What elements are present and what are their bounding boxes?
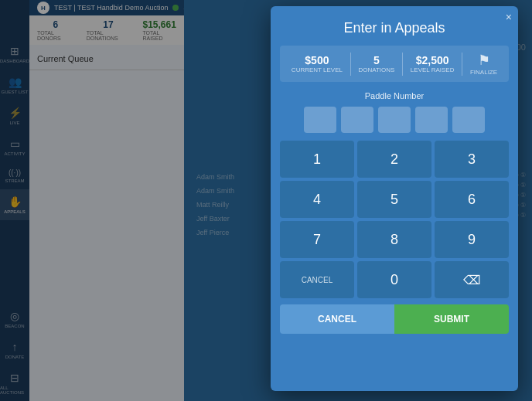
key-1[interactable]: 1	[280, 141, 354, 178]
modal-stat-donations: 5 DONATIONS	[358, 54, 394, 73]
finalize-label: FINALIZE	[470, 69, 497, 76]
appeals-modal: × Enter in Appeals $500 CURRENT LEVEL 5 …	[271, 6, 518, 391]
stats-divider-1	[350, 53, 351, 76]
modal-title: Enter in Appeals	[271, 6, 518, 46]
modal-footer: CANCEL SUBMIT	[280, 304, 509, 334]
key-cancel[interactable]: CANCEL	[280, 261, 354, 298]
key-2[interactable]: 2	[357, 141, 431, 178]
key-0[interactable]: 0	[357, 261, 431, 298]
key-4[interactable]: 4	[280, 181, 354, 218]
cancel-button[interactable]: CANCEL	[280, 304, 394, 334]
key-7[interactable]: 7	[280, 221, 354, 258]
paddle-box-4[interactable]	[415, 107, 448, 133]
modal-stats: $500 CURRENT LEVEL 5 DONATIONS $2,500 LE…	[280, 46, 509, 82]
stats-divider-3	[462, 53, 462, 76]
finalize-icon[interactable]: ⚑	[478, 52, 490, 69]
numpad: 1 2 3 4 5 6 7 8 9 CANCEL 0 ⌫	[280, 141, 509, 298]
current-level-label: CURRENT LEVEL	[292, 66, 343, 73]
donations-count-label: DONATIONS	[358, 66, 394, 73]
modal-stat-finalize[interactable]: ⚑ FINALIZE	[470, 52, 497, 76]
donations-count-value: 5	[373, 54, 380, 66]
paddle-box-1[interactable]	[304, 107, 336, 133]
key-9[interactable]: 9	[435, 221, 509, 258]
paddle-label: Paddle Number	[271, 82, 518, 107]
paddle-box-5[interactable]	[452, 107, 485, 133]
current-level-value: $500	[305, 54, 329, 66]
key-5[interactable]: 5	[357, 181, 431, 218]
modal-stat-level-raised: $2,500 LEVEL RAISED	[411, 54, 455, 73]
key-3[interactable]: 3	[435, 141, 509, 178]
paddle-inputs	[283, 107, 506, 133]
modal-stat-current-level: $500 CURRENT LEVEL	[292, 54, 343, 73]
level-raised-label: LEVEL RAISED	[411, 66, 455, 73]
paddle-box-3[interactable]	[378, 107, 411, 133]
stats-divider-2	[402, 53, 403, 76]
key-6[interactable]: 6	[435, 181, 509, 218]
close-button[interactable]: ×	[506, 11, 512, 23]
level-raised-value: $2,500	[416, 54, 449, 66]
key-8[interactable]: 8	[357, 221, 431, 258]
submit-button[interactable]: SUBMIT	[394, 304, 509, 334]
key-backspace[interactable]: ⌫	[435, 261, 509, 298]
paddle-box-2[interactable]	[341, 107, 373, 133]
